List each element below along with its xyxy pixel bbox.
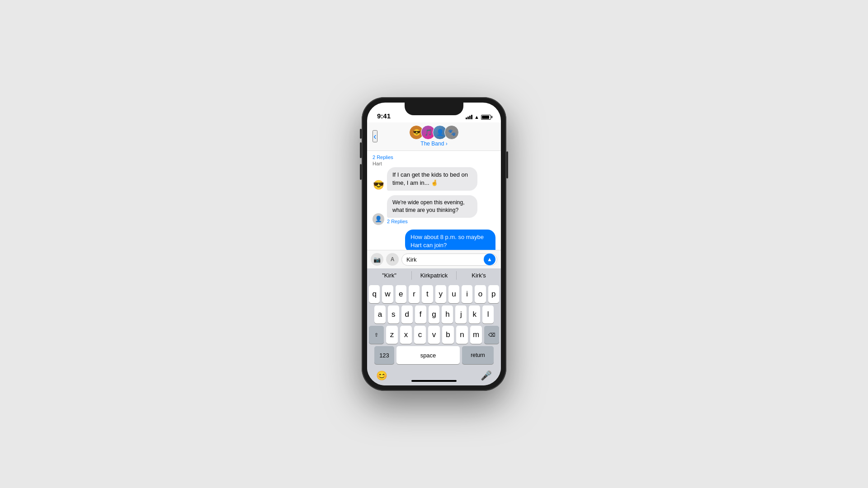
status-time: 9:41 xyxy=(377,112,391,120)
replies-label-2[interactable]: 2 Replies xyxy=(387,219,477,224)
group-name: The Band › xyxy=(420,141,447,147)
key-b[interactable]: b xyxy=(442,326,454,344)
key-j[interactable]: j xyxy=(455,305,467,324)
back-button[interactable]: ‹ xyxy=(373,130,377,142)
key-y[interactable]: y xyxy=(435,285,446,303)
message-input[interactable]: Kirk ▲ xyxy=(401,253,497,266)
shift-key[interactable]: ⇧ xyxy=(369,326,384,344)
power-button xyxy=(506,151,508,178)
space-key[interactable]: space xyxy=(396,346,460,364)
autocorrect-item-2[interactable]: Kirkpatrick xyxy=(412,271,457,280)
key-m[interactable]: m xyxy=(470,326,482,344)
message-row-2: 👤 We're wide open this evening, what tim… xyxy=(373,195,495,225)
key-l[interactable]: l xyxy=(482,305,494,324)
key-d[interactable]: d xyxy=(401,305,413,324)
delete-key[interactable]: ⌫ xyxy=(484,326,499,344)
bottom-bar: 😊 🎤 xyxy=(367,368,501,385)
battery-icon xyxy=(481,115,491,120)
keyboard[interactable]: q w e r t y u i o p a s d f g h j k xyxy=(367,282,501,368)
key-h[interactable]: h xyxy=(442,305,453,324)
key-a[interactable]: a xyxy=(374,305,386,324)
status-icons: ▲ xyxy=(466,114,491,120)
apps-button[interactable]: A xyxy=(386,253,399,266)
message-group-2: 👤 We're wide open this evening, what tim… xyxy=(373,195,495,225)
volume-down-button xyxy=(360,164,362,180)
keyboard-row-3: ⇧ z x c v b n m ⌫ xyxy=(369,326,499,344)
message-group-3: How about 8 p.m. so maybe Hart can join? xyxy=(373,230,495,250)
group-info[interactable]: 😎 🎵 👤 🐾 The Band › xyxy=(409,125,459,147)
key-f[interactable]: f xyxy=(415,305,426,324)
sender-name-1: Hart xyxy=(373,161,495,166)
key-k[interactable]: k xyxy=(469,305,480,324)
bubble-3: How about 8 p.m. so maybe Hart can join? xyxy=(405,230,495,250)
volume-up-button xyxy=(360,142,362,158)
replies-label-1[interactable]: 2 Replies xyxy=(373,155,495,160)
microphone-icon[interactable]: 🎤 xyxy=(481,370,492,381)
key-w[interactable]: w xyxy=(382,285,393,303)
group-avatars: 😎 🎵 👤 🐾 xyxy=(409,125,459,140)
key-t[interactable]: t xyxy=(422,285,433,303)
chat-area: 2 Replies Hart 😎 If I can get the kids t… xyxy=(367,151,501,250)
messages-header: ‹ 😎 🎵 👤 🐾 The Band › xyxy=(367,122,501,151)
keyboard-row-2: a s d f g h j k l xyxy=(369,305,499,324)
notch xyxy=(405,103,463,115)
key-q[interactable]: q xyxy=(369,285,380,303)
key-e[interactable]: e xyxy=(396,285,406,303)
silent-switch xyxy=(360,129,362,139)
sender-avatar-2: 👤 xyxy=(373,213,384,225)
send-button[interactable]: ▲ xyxy=(484,253,495,265)
bubble-1: If I can get the kids to bed on time, I … xyxy=(387,167,477,191)
avatar-4: 🐾 xyxy=(444,125,459,140)
input-bar: 📷 A Kirk ▲ xyxy=(367,250,501,268)
key-p[interactable]: p xyxy=(488,285,499,303)
keyboard-row-4: 123 space return xyxy=(369,346,499,364)
sender-avatar-1: 😎 xyxy=(373,179,384,191)
message-row-1: 😎 If I can get the kids to bed on time, … xyxy=(373,167,495,191)
autocorrect-item-3[interactable]: Kirk's xyxy=(457,271,501,280)
numbers-key[interactable]: 123 xyxy=(374,346,394,364)
key-c[interactable]: c xyxy=(414,326,426,344)
bubble-2: We're wide open this evening, what time … xyxy=(387,195,477,218)
input-wrapper: Kirk ▲ xyxy=(401,253,497,266)
message-row-3: How about 8 p.m. so maybe Hart can join? xyxy=(373,230,495,250)
wifi-icon: ▲ xyxy=(474,114,479,120)
message-group-1: 2 Replies Hart 😎 If I can get the kids t… xyxy=(373,155,495,191)
signal-bars-icon xyxy=(466,115,472,119)
phone-device: 9:41 ▲ ‹ 😎 � xyxy=(362,97,506,391)
key-o[interactable]: o xyxy=(475,285,486,303)
autocorrect-bar: "Kirk" Kirkpatrick Kirk's xyxy=(367,268,501,282)
key-n[interactable]: n xyxy=(456,326,468,344)
key-g[interactable]: g xyxy=(429,305,440,324)
keyboard-row-1: q w e r t y u i o p xyxy=(369,285,499,303)
key-r[interactable]: r xyxy=(409,285,420,303)
key-u[interactable]: u xyxy=(448,285,459,303)
return-key[interactable]: return xyxy=(462,346,494,364)
phone-screen: 9:41 ▲ ‹ 😎 � xyxy=(367,103,501,385)
key-s[interactable]: s xyxy=(388,305,399,324)
home-indicator xyxy=(411,380,457,382)
key-v[interactable]: v xyxy=(428,326,440,344)
key-i[interactable]: i xyxy=(462,285,472,303)
key-x[interactable]: x xyxy=(400,326,412,344)
camera-button[interactable]: 📷 xyxy=(371,253,383,266)
emoji-keyboard-icon[interactable]: 😊 xyxy=(376,370,387,381)
autocorrect-item-1[interactable]: "Kirk" xyxy=(367,271,412,280)
key-z[interactable]: z xyxy=(386,326,398,344)
